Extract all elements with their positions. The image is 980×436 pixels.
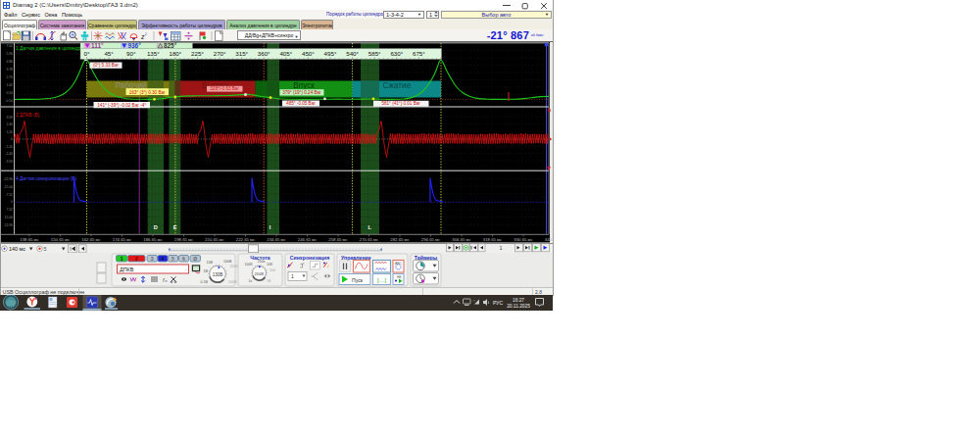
svg-text:360°: 360° [258, 50, 270, 57]
svg-text:222.65 мс: 222.65 мс [236, 237, 256, 242]
svg-text:2.70: 2.70 [6, 75, 13, 79]
svg-text:1.62: 1.62 [6, 83, 13, 87]
svg-text:Сжатие: Сжатие [382, 81, 411, 90]
svg-text:ABC: ABC [395, 262, 403, 266]
svg-text:[....]: [....] [377, 277, 386, 283]
svg-text:270°: 270° [214, 50, 226, 57]
svg-text:150.65 мс: 150.65 мс [51, 237, 71, 242]
svg-text:3.78: 3.78 [6, 68, 13, 72]
svg-text:7.52: 7.52 [6, 208, 13, 212]
svg-text:936°: 936° [128, 42, 142, 49]
svg-text:1 Датчик давления в цилиндре: 1 Датчик давления в цилиндре [16, 46, 83, 51]
svg-text:581° (41°) 0.01 Ваг: 581° (41°) 0.01 Ваг [381, 101, 420, 106]
svg-text:0.54: 0.54 [6, 91, 13, 95]
svg-text:3.59: 3.59 [6, 116, 13, 120]
svg-text:Таймеры: Таймеры [415, 255, 438, 261]
svg-text:246.65 мс: 246.65 мс [298, 237, 318, 242]
svg-text:825°: 825° [164, 42, 177, 49]
svg-text:0: 0 [11, 200, 13, 204]
svg-text:318.65 мс: 318.65 мс [483, 237, 503, 242]
svg-text:138.65 мс: 138.65 мс [20, 237, 39, 242]
svg-text:6: 6 [182, 256, 185, 262]
svg-text:ДПКВ: ДПКВ [120, 266, 134, 272]
svg-text:...: ... [184, 266, 187, 271]
svg-text:198.65 мс: 198.65 мс [174, 237, 194, 242]
svg-text:1: 1 [291, 273, 294, 279]
svg-text:Пуск: Пуск [352, 277, 364, 283]
svg-text:-1.20: -1.20 [5, 145, 13, 149]
svg-text:РУС: РУС [493, 300, 503, 306]
svg-text:294.65 мс: 294.65 мс [421, 237, 441, 242]
svg-text:180°: 180° [169, 50, 181, 57]
svg-text:0.1В: 0.1В [201, 280, 209, 284]
svg-text:45°: 45° [104, 50, 114, 57]
svg-text:495°: 495° [324, 50, 337, 57]
svg-text:(0°) 5.33 Ваг: (0°) 5.33 Ваг [93, 63, 120, 68]
svg-text:0: 0 [11, 137, 13, 141]
svg-text:-3.59: -3.59 [5, 160, 13, 164]
svg-text:15.04: 15.04 [5, 216, 14, 219]
svg-text:379° (19°) 0.24 Ваг: 379° (19°) 0.24 Ваг [282, 90, 321, 95]
svg-text:200В: 200В [230, 265, 239, 268]
svg-text:210.65 мс: 210.65 мс [205, 237, 224, 242]
svg-text:Впуск: Впуск [293, 81, 315, 90]
svg-text:20.11.2025: 20.11.2025 [507, 304, 530, 309]
svg-text:282.65 мс: 282.65 мс [390, 237, 410, 242]
svg-text:111°: 111° [91, 42, 104, 49]
svg-text:1к: 1к [248, 279, 252, 283]
svg-text:675°: 675° [413, 50, 425, 57]
svg-text:4.86: 4.86 [6, 60, 13, 64]
svg-text:16:27: 16:27 [513, 298, 524, 303]
svg-text:L: L [368, 224, 372, 230]
svg-text:315°: 315° [235, 50, 248, 57]
svg-text:4 Датчик синхронизации (В): 4 Датчик синхронизации (В) [16, 176, 77, 181]
svg-text:140 мс: 140 мс [9, 246, 25, 252]
svg-text:200К: 200К [255, 271, 265, 276]
svg-text:2.40: 2.40 [6, 122, 13, 126]
svg-text:7.02: 7.02 [6, 44, 13, 48]
svg-text:90°: 90° [126, 50, 136, 57]
svg-text:130В: 130В [213, 272, 223, 277]
svg-text:x: x [166, 278, 168, 283]
svg-text:10В: 10В [207, 261, 214, 265]
svg-text:500В: 500В [228, 280, 237, 284]
svg-text:1В: 1В [267, 279, 271, 283]
svg-text:-15.04: -15.04 [3, 185, 13, 189]
svg-text:1.20: 1.20 [6, 130, 13, 134]
svg-text:5.94: 5.94 [6, 52, 13, 56]
svg-text:-2.40: -2.40 [5, 152, 13, 156]
svg-text:258.65 мс: 258.65 мс [328, 237, 348, 242]
svg-text:163° (3°) 0.30 Ваг: 163° (3°) 0.30 Ваг [129, 90, 166, 95]
svg-text:585°: 585° [368, 50, 381, 57]
svg-text:Синхронизация: Синхронизация [290, 255, 329, 261]
svg-text:4: 4 [162, 256, 165, 262]
svg-text:135°: 135° [147, 50, 160, 57]
svg-text:405°: 405° [279, 50, 292, 57]
svg-text:5: 5 [172, 256, 174, 262]
svg-text:НВ: НВ [397, 275, 401, 279]
svg-text:485° -0.05 Ваг: 485° -0.05 Ваг [286, 101, 316, 106]
svg-text:234.65 мс: 234.65 мс [267, 237, 286, 242]
svg-text:1: 1 [499, 245, 502, 251]
svg-text:0°: 0° [84, 50, 90, 57]
svg-text:100В: 100В [223, 260, 232, 264]
svg-text:Управление: Управление [341, 255, 371, 261]
svg-text:-22.96: -22.96 [3, 177, 13, 181]
svg-text:500: 500 [270, 268, 275, 272]
svg-text:²: ² [145, 32, 147, 37]
svg-text:630°: 630° [390, 50, 403, 57]
svg-text:250к: 250к [258, 260, 266, 264]
svg-text:Ø: Ø [193, 256, 197, 262]
svg-text:22.96: 22.96 [5, 223, 14, 227]
svg-text:540°: 540° [346, 50, 359, 57]
svg-text:270.65 мс: 270.65 мс [360, 237, 379, 242]
svg-text:D: D [154, 224, 158, 230]
svg-text:225°: 225° [191, 50, 204, 57]
svg-text:162.65 мс: 162.65 мс [81, 237, 101, 242]
svg-text:10К: 10К [267, 263, 273, 266]
svg-text:330.65 мс: 330.65 мс [514, 237, 533, 242]
svg-text:5: 5 [44, 246, 47, 252]
svg-text:-7.52: -7.52 [5, 193, 13, 197]
svg-text:174.65 мс: 174.65 мс [113, 237, 132, 242]
svg-text:100К: 100К [244, 263, 253, 266]
